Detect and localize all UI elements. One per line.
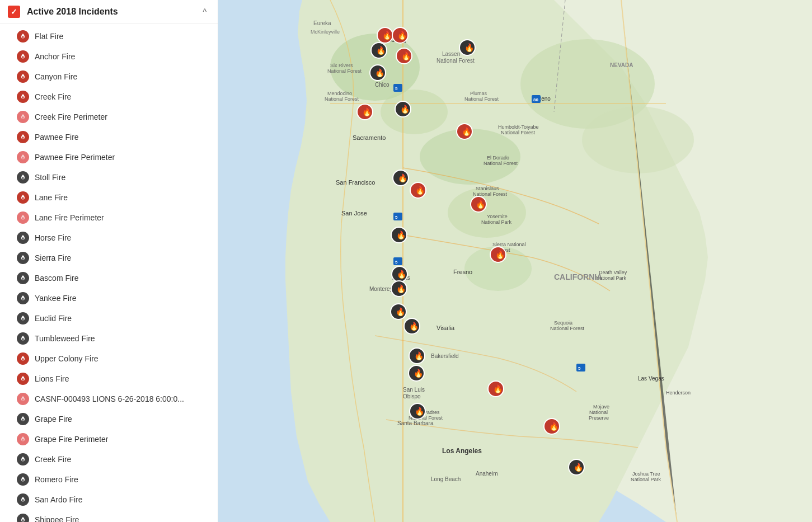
incident-name: Grape Fire Perimeter <box>35 435 108 444</box>
svg-text:Chico: Chico <box>375 82 389 88</box>
incident-name: Grape Fire <box>35 415 72 424</box>
incident-item[interactable]: Anchor Fire <box>0 46 218 67</box>
incident-item[interactable]: Lions Fire <box>0 369 218 389</box>
incident-item[interactable]: Creek Fire <box>0 87 218 107</box>
svg-text:National Park: National Park <box>631 477 661 482</box>
svg-text:🔥: 🔥 <box>382 31 392 40</box>
incident-name: Lions Fire <box>35 374 69 383</box>
incident-item[interactable]: Grape Fire Perimeter <box>0 429 218 449</box>
svg-text:5: 5 <box>395 215 398 220</box>
svg-text:🔥: 🔥 <box>376 46 386 55</box>
incident-name: Bascom Fire <box>35 274 79 283</box>
svg-text:National Forest: National Forest <box>484 161 518 166</box>
svg-text:🔥: 🔥 <box>396 307 406 317</box>
incident-name: Anchor Fire <box>35 52 75 61</box>
fire-type-icon <box>17 312 29 325</box>
select-all-checkbox[interactable] <box>8 6 20 18</box>
incident-item[interactable]: Pawnee Fire Perimeter <box>0 147 218 167</box>
incident-item[interactable]: Creek Fire <box>0 449 218 469</box>
svg-text:🔥: 🔥 <box>495 250 505 260</box>
svg-text:5: 5 <box>395 86 398 91</box>
svg-text:🔥: 🔥 <box>396 284 406 294</box>
incident-name: Tumbleweed Fire <box>35 334 95 343</box>
svg-text:🔥: 🔥 <box>362 107 372 117</box>
incident-item[interactable]: Lane Fire <box>0 187 218 208</box>
svg-text:🔥: 🔥 <box>401 51 411 61</box>
incident-name: Sierra Fire <box>35 253 71 262</box>
fire-type-icon <box>17 70 29 83</box>
svg-text:Las Vegas: Las Vegas <box>638 375 664 382</box>
svg-text:80: 80 <box>533 97 538 102</box>
incident-item[interactable]: Shippee Fire <box>0 510 218 522</box>
svg-text:Visalia: Visalia <box>436 325 455 331</box>
fire-type-icon <box>17 413 29 425</box>
incident-item[interactable]: Stoll Fire <box>0 167 218 187</box>
incident-name: Shippee Fire <box>35 515 79 522</box>
incident-item[interactable]: Flat Fire <box>0 26 218 46</box>
fire-type-icon <box>17 514 29 522</box>
fire-type-icon <box>17 352 29 365</box>
svg-text:Lassen: Lassen <box>442 51 460 57</box>
incident-name: Lane Fire <box>35 193 68 202</box>
incident-list: Flat FireAnchor FireCanyon FireCreek Fir… <box>0 24 218 522</box>
svg-text:Bakersfield: Bakersfield <box>431 353 458 359</box>
svg-text:Fresno: Fresno <box>453 269 472 275</box>
svg-text:McKinleyville: McKinleyville <box>311 29 340 35</box>
sidebar-header: Active 2018 Incidents ^ <box>0 0 218 24</box>
svg-text:🔥: 🔥 <box>398 173 408 183</box>
map-container[interactable]: Redding Chico Sacramento San Francisco S… <box>218 0 812 522</box>
fire-type-icon <box>17 211 29 224</box>
incident-name: Pawnee Fire Perimeter <box>35 153 115 162</box>
incident-name: Upper Colony Fire <box>35 354 98 363</box>
svg-text:🔥: 🔥 <box>400 105 410 114</box>
svg-text:Mojave: Mojave <box>593 404 609 410</box>
incident-name: San Ardo Fire <box>35 495 83 504</box>
svg-text:🔥: 🔥 <box>462 127 472 137</box>
svg-text:Sacramento: Sacramento <box>353 134 386 141</box>
fire-type-icon <box>17 171 29 184</box>
incident-item[interactable]: Pawnee Fire <box>0 127 218 147</box>
incident-item[interactable]: Lane Fire Perimeter <box>0 208 218 228</box>
fire-type-icon <box>17 433 29 445</box>
svg-text:Sequoia: Sequoia <box>554 320 572 326</box>
incident-item[interactable]: Horse Fire <box>0 228 218 248</box>
incident-name: Stoll Fire <box>35 173 65 182</box>
fire-type-icon <box>17 131 29 143</box>
svg-text:🔥: 🔥 <box>414 369 424 378</box>
incident-item[interactable]: San Ardo Fire <box>0 490 218 510</box>
svg-text:National Park: National Park <box>481 219 512 225</box>
svg-text:Obispo: Obispo <box>403 393 421 399</box>
incident-item[interactable]: Grape Fire <box>0 409 218 429</box>
incident-name: Yankee Fire <box>35 294 76 303</box>
fire-type-icon <box>17 91 29 103</box>
incident-item[interactable]: Upper Colony Fire <box>0 349 218 369</box>
incident-item[interactable]: Yankee Fire <box>0 288 218 308</box>
svg-text:Yosemite: Yosemite <box>487 214 508 219</box>
fire-type-icon <box>17 272 29 284</box>
svg-text:San Francisco: San Francisco <box>336 179 375 186</box>
incident-name: Horse Fire <box>35 233 71 242</box>
incident-item[interactable]: Euclid Fire <box>0 308 218 328</box>
incident-item[interactable]: Creek Fire Perimeter <box>0 107 218 127</box>
svg-text:El Dorado: El Dorado <box>487 155 509 161</box>
svg-text:CALIFORNIA: CALIFORNIA <box>554 272 602 281</box>
svg-text:Preserve: Preserve <box>589 415 609 421</box>
fire-type-icon <box>17 453 29 465</box>
incident-item[interactable]: Tumbleweed Fire <box>0 328 218 349</box>
incident-item[interactable]: Bascom Fire <box>0 268 218 288</box>
svg-text:Santa Barbara: Santa Barbara <box>397 420 434 426</box>
incident-item[interactable]: CASNF-000493 LIONS 6-26-2018 6:00:0... <box>0 389 218 409</box>
incident-item[interactable]: Sierra Fire <box>0 248 218 268</box>
svg-text:Long Beach: Long Beach <box>431 476 461 482</box>
svg-text:🔥: 🔥 <box>409 322 419 331</box>
incident-item[interactable]: Romero Fire <box>0 469 218 490</box>
collapse-button[interactable]: ^ <box>199 6 210 17</box>
map-area: Redding Chico Sacramento San Francisco S… <box>218 0 812 522</box>
map-svg: Redding Chico Sacramento San Francisco S… <box>218 0 812 522</box>
svg-text:🔥: 🔥 <box>464 43 475 53</box>
svg-point-4 <box>381 90 448 134</box>
incident-item[interactable]: Canyon Fire <box>0 67 218 87</box>
incident-name: CASNF-000493 LIONS 6-26-2018 6:00:0... <box>35 394 184 403</box>
incident-name: Pawnee Fire <box>35 133 79 142</box>
svg-text:Los Angeles: Los Angeles <box>442 447 482 455</box>
